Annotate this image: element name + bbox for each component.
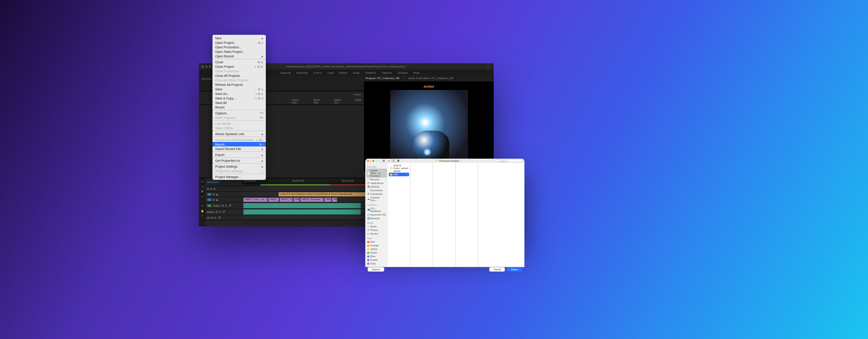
sidebar-item-blue[interactable]: Blue [366, 254, 387, 258]
ws-audio[interactable]: Audio [353, 71, 359, 74]
menu-item-save-all[interactable]: Save All [212, 100, 266, 105]
audio-clip-a1[interactable] [243, 203, 361, 208]
track-v2-header[interactable]: V2⊞◉ [205, 192, 242, 197]
menu-item-close-all-projects[interactable]: Close All Projects [212, 73, 266, 78]
type-icon[interactable]: T [201, 214, 203, 217]
menu-item-open-recent[interactable]: Open Recent▸ [212, 54, 266, 58]
pen-icon[interactable]: ✎ [201, 204, 203, 207]
sidebar-item-downloads[interactable]: ⬇︎Downloads [366, 192, 387, 196]
sidebar-item-adobe-prem-ro-previews[interactable]: 📄Adobe Prem...ro Previews [366, 169, 387, 178]
col-media[interactable]: Media [355, 99, 361, 104]
program-tab[interactable]: Program: FF_Collection_FB [366, 77, 399, 80]
location-dropdown[interactable]: 📁Premiere Projects⌄ [403, 160, 494, 162]
menu-item-project-settings[interactable]: Project Settings▸ [212, 164, 266, 169]
audio-clip-a2[interactable] [243, 209, 361, 215]
ws-graphics[interactable]: Graphics [365, 71, 376, 74]
slip-icon[interactable]: ↔ [201, 200, 203, 202]
sidebar-item-gray[interactable]: Gray [366, 262, 387, 265]
traffic-lights[interactable] [202, 66, 211, 68]
program-monitor[interactable]: Artlist [364, 82, 494, 171]
sidebar-item-network[interactable]: 🌐Network [366, 217, 387, 220]
sidebar-item-purple[interactable]: Purple [366, 258, 387, 262]
video-clip[interactable]: 248934_Motorbike_C [300, 198, 324, 202]
track-select-icon[interactable]: ⇥ [201, 185, 203, 188]
sidebar-item-creative-clou[interactable]: ☁︎Creative Clou... [366, 196, 387, 202]
menu-item-refresh-all-projects[interactable]: Refresh All Projects [212, 82, 266, 87]
video-clip[interactable]: 248921_C [268, 198, 279, 202]
sidebar-item-desktop[interactable]: 🖥Desktop [366, 185, 387, 188]
sidebar-group-label: Favorites [367, 165, 387, 168]
menu-item-adobe-dynamic-link[interactable]: Adobe Dynamic Link▸ [212, 132, 266, 136]
sidebar-item-recents[interactable]: 🕘Recents [366, 178, 387, 181]
sidebar-item-documents[interactable]: 📄Documents [366, 188, 387, 192]
menu-item-open-team-project[interactable]: Open Team Project... [212, 49, 266, 54]
file-item[interactable]: 📁Old› [389, 173, 409, 176]
menu-item-save-a-copy[interactable]: Save a Copy...⌥ ⌘ S [212, 96, 266, 100]
menu-item-get-properties-for[interactable]: Get Properties for▸ [212, 158, 266, 163]
audio-mixer-tab[interactable]: Audio Track Mixer: FF_Collection_FB [408, 77, 453, 80]
ws-more[interactable]: More [413, 71, 420, 74]
sidebar-group-label: Tags [367, 237, 387, 240]
menu-item-save[interactable]: Save⌘ S [212, 87, 266, 91]
share-icon[interactable]: ⇪ [487, 65, 489, 68]
file-menu-dropdown: New▸Open Project...⌘ OOpen Production...… [212, 35, 266, 180]
cancel-button[interactable]: Cancel [489, 267, 505, 272]
sidebar-item-or-s-macbook[interactable]: 💻Or's MacBook... [366, 207, 387, 213]
file-item[interactable]: 📁Fast & Furio...ection prproj› [389, 164, 409, 173]
ws-assembly[interactable]: Assembly [296, 71, 308, 74]
menu-item-open-project[interactable]: Open Project...⌘ O [212, 40, 266, 45]
view-mode-segment[interactable]: ▤≡⫴▦ [381, 159, 401, 163]
options-button[interactable]: Options [368, 267, 384, 272]
video-clip[interactable]: 248922_Police_Car_Late_Cop_By_F [243, 198, 268, 202]
col-framerate[interactable]: Frame Rate [292, 99, 302, 104]
hand-icon[interactable]: ✋ [201, 209, 204, 212]
menu-item-import[interactable]: Import...⌘ I [212, 142, 266, 146]
import-button[interactable]: Import [507, 267, 522, 272]
menu-item-new[interactable]: New▸ [212, 36, 266, 40]
search-field[interactable]: ⌕ Search [495, 159, 523, 162]
col-mediastart[interactable]: Media Start [313, 99, 323, 104]
sidebar-item-music[interactable]: ♫Music [366, 225, 387, 228]
razor-icon[interactable]: ✂ [201, 195, 203, 198]
menu-item-export[interactable]: Export▸ [212, 152, 266, 157]
sidebar-item-movies[interactable]: ▸Movies [366, 232, 387, 235]
sidebar-item-photos[interactable]: ✦Photos [366, 228, 387, 232]
track-a1-header[interactable]: A1Audio 1MS🎤 [205, 202, 242, 209]
menu-item-save-as[interactable]: Save As...⇧ ⌘ S [212, 91, 266, 96]
forward-button[interactable]: › [378, 160, 379, 162]
ws-color[interactable]: Color [327, 71, 334, 74]
menu-item-open-production[interactable]: Open Production... [212, 45, 266, 49]
selection-tool-icon[interactable]: ▭ [201, 180, 203, 183]
col-mediaend[interactable]: Media End [335, 99, 344, 104]
ws-editing[interactable]: Editing [313, 71, 321, 74]
sidebar-item-orange[interactable]: Orange [366, 244, 387, 247]
video-clip[interactable]: 2489 [293, 198, 300, 202]
ws-learning[interactable]: Learning [280, 71, 291, 74]
linked-comp-clip[interactable]: ● Fast & Furios Collection Linked Comp 0… [278, 192, 369, 197]
menu-item-capture[interactable]: Capture...F5 [212, 111, 266, 115]
sidebar-item-yellow[interactable]: Yellow [366, 247, 387, 251]
menu-item-close-project[interactable]: Close Project⇧ ⌘ W [212, 64, 266, 69]
ws-libraries[interactable]: Libraries [397, 71, 408, 74]
finder-columns[interactable]: 📁Fast & Furio...ection prproj›📁Old› [388, 163, 524, 267]
menu-item-project-manager[interactable]: Project Manager... [212, 174, 266, 179]
ws-effects[interactable]: Effects [339, 71, 347, 74]
track-a3-header[interactable]: A3MS🎤 [205, 215, 242, 221]
menu-item-revert[interactable]: Revert [212, 105, 266, 109]
sidebar-item-green[interactable]: Green [366, 251, 387, 254]
ripple-edit-icon[interactable]: ⇆ [201, 190, 203, 193]
track-v1-header[interactable]: V1⊞◉ [205, 197, 242, 202]
track-a2-header[interactable]: Audio 2MS🎤 [205, 209, 242, 215]
sidebar-item-macintosh-hd[interactable]: ⌸Macintosh HD [366, 213, 387, 217]
sidebar-item-applications[interactable]: ⌬Applications [366, 181, 387, 185]
sidebar-item-red[interactable]: Red [366, 240, 387, 244]
back-button[interactable]: ‹ [376, 160, 377, 162]
menu-item-close[interactable]: Close⌘ W [212, 60, 266, 64]
video-clip[interactable]: 248910_Cop [279, 198, 293, 202]
ws-captions[interactable]: Captions [382, 71, 392, 74]
video-clip[interactable]: 248 [332, 198, 337, 202]
timecode-display[interactable]: 00:00:00:00 [207, 181, 219, 184]
traffic-lights[interactable] [367, 160, 374, 162]
menu-item-import-recent-file[interactable]: Import Recent File▸ [212, 146, 266, 151]
video-clip[interactable]: 2489 [324, 198, 331, 202]
